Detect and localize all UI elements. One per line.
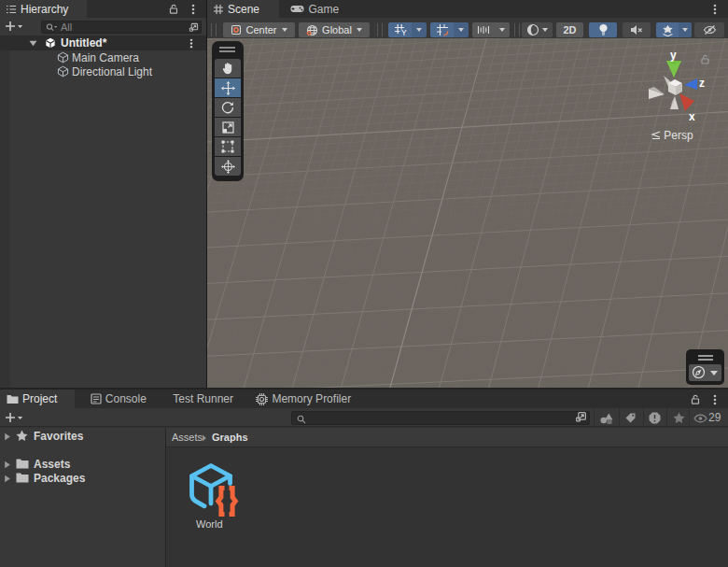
svg-text:Y: Y	[401, 28, 407, 36]
svg-text:y: y	[670, 49, 677, 62]
svg-text:x: x	[689, 110, 695, 123]
svg-text:z: z	[699, 77, 705, 90]
